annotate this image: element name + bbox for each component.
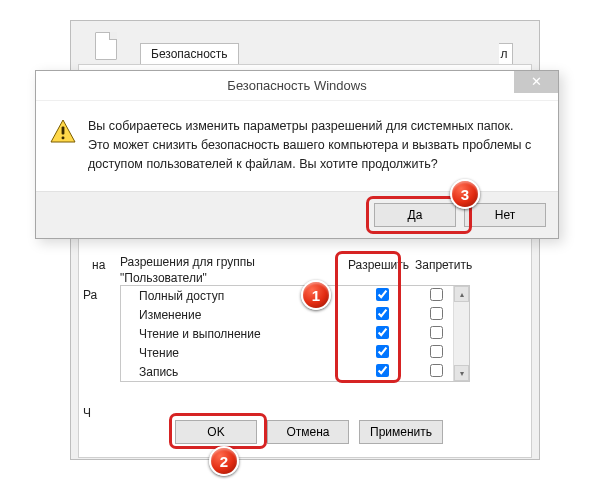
yes-button[interactable]: Да xyxy=(374,203,456,227)
truncated-label-na: на xyxy=(92,258,118,272)
permission-row: Чтение xyxy=(121,343,469,362)
permission-row: Чтение и выполнение xyxy=(121,324,469,343)
allow-checkbox-read-execute[interactable] xyxy=(376,326,389,339)
permissions-list: Полный доступ Изменение Чтение и выполне… xyxy=(120,285,470,382)
warning-icon xyxy=(50,119,76,143)
modal-message: Вы собираетесь изменить параметры разреш… xyxy=(88,117,538,173)
column-header-allow: Разрешить xyxy=(348,258,409,272)
modal-titlebar: Безопасность Windows ✕ xyxy=(36,71,558,101)
truncated-label-ra: Ра xyxy=(83,288,117,302)
permissions-scrollbar[interactable]: ▴ ▾ xyxy=(453,286,469,381)
truncated-label-ch: Ч xyxy=(83,406,117,420)
permission-row: Полный доступ xyxy=(121,286,469,305)
modal-title-text: Безопасность Windows xyxy=(227,78,366,93)
deny-checkbox-read[interactable] xyxy=(430,345,443,358)
permission-row: Изменение xyxy=(121,305,469,324)
modal-actions: Да 3 Нет xyxy=(36,192,558,238)
dialog-button-row: OK Отмена Применить xyxy=(175,420,443,444)
allow-checkbox-modify[interactable] xyxy=(376,307,389,320)
deny-checkbox-write[interactable] xyxy=(430,364,443,377)
permission-name: Чтение xyxy=(139,346,355,360)
permission-name: Полный доступ xyxy=(139,289,355,303)
tabstrip: Безопасность л xyxy=(140,40,513,64)
svg-rect-2 xyxy=(62,137,65,140)
permission-row: Запись xyxy=(121,362,469,381)
modal-body: Вы собираетесь изменить параметры разреш… xyxy=(36,101,558,192)
close-icon[interactable]: ✕ xyxy=(514,71,558,93)
deny-checkbox-read-execute[interactable] xyxy=(430,326,443,339)
confirmation-modal: Безопасность Windows ✕ Вы собираетесь из… xyxy=(35,70,559,239)
permission-name: Изменение xyxy=(139,308,355,322)
group-label-line2: "Пользователи" xyxy=(120,271,207,285)
allow-checkbox-read[interactable] xyxy=(376,345,389,358)
file-icon xyxy=(95,32,117,60)
cancel-button[interactable]: Отмена xyxy=(267,420,349,444)
scroll-down-icon[interactable]: ▾ xyxy=(454,365,469,381)
allow-checkbox-write[interactable] xyxy=(376,364,389,377)
apply-button[interactable]: Применить xyxy=(359,420,443,444)
allow-checkbox-full-access[interactable] xyxy=(376,288,389,301)
svg-rect-1 xyxy=(62,127,65,135)
permission-name: Запись xyxy=(139,365,355,379)
no-button[interactable]: Нет xyxy=(464,203,546,227)
ok-button[interactable]: OK xyxy=(175,420,257,444)
scroll-up-icon[interactable]: ▴ xyxy=(454,286,469,302)
permissions-group-label: Разрешения для группы "Пользователи" xyxy=(120,254,310,286)
tab-partial: л xyxy=(499,43,513,65)
column-header-deny: Запретить xyxy=(415,258,472,272)
permission-name: Чтение и выполнение xyxy=(139,327,355,341)
group-label-line1: Разрешения для группы xyxy=(120,255,255,269)
deny-checkbox-modify[interactable] xyxy=(430,307,443,320)
deny-checkbox-full-access[interactable] xyxy=(430,288,443,301)
tab-security[interactable]: Безопасность xyxy=(140,43,239,65)
